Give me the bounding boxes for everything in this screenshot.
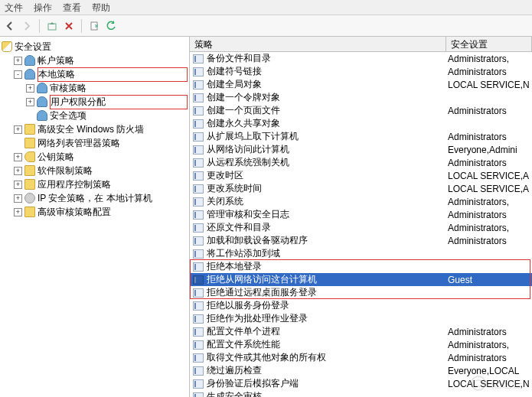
tree-node-label: 安全选项 <box>50 109 188 122</box>
cell-security: Administrators, <box>448 197 532 207</box>
list-row[interactable]: 关闭系统Administrators, <box>190 195 532 208</box>
policy-icon <box>193 158 204 168</box>
policy-icon <box>193 275 204 285</box>
tree-node[interactable]: +应用程序控制策略 <box>2 177 188 191</box>
cell-security: Administrators <box>448 327 532 337</box>
list-row[interactable]: 创建一个页面文件Administrators <box>190 104 532 117</box>
tree-node[interactable]: -本地策略 <box>2 67 188 81</box>
cell-security: Administrators, <box>448 340 532 350</box>
tree-node[interactable]: +用户权限分配 <box>2 95 188 109</box>
list-row[interactable]: 更改时区LOCAL SERVICE,A <box>190 169 532 182</box>
list-row[interactable]: 从网络访问此计算机Everyone,Admini <box>190 143 532 156</box>
policy-icon <box>193 379 204 389</box>
refresh-icon[interactable] <box>104 19 118 33</box>
export-icon[interactable] <box>87 19 101 33</box>
tree-node-label: 高级审核策略配置 <box>38 206 188 219</box>
list-header: 策略 安全设置 <box>190 37 532 52</box>
expand-icon[interactable]: + <box>14 181 22 189</box>
policy-icon <box>193 262 204 272</box>
expand-icon[interactable]: + <box>14 194 22 203</box>
list-row[interactable]: 拒绝作为批处理作业登录 <box>190 312 532 325</box>
tree-node[interactable]: +软件限制策略 <box>2 164 188 177</box>
list-row[interactable]: 更改系统时间LOCAL SERVICE,A <box>190 182 532 195</box>
list-row[interactable]: 创建一个令牌对象 <box>190 91 532 104</box>
list-row[interactable]: 创建全局对象LOCAL SERVICE,N <box>190 78 532 91</box>
policy-icon <box>193 119 204 129</box>
list-row[interactable]: 从扩展坞上取下计算机Administrators <box>190 130 532 143</box>
list-row[interactable]: 拒绝本地登录 <box>190 260 532 273</box>
list-row[interactable]: 配置文件单个进程Administrators <box>190 325 532 338</box>
cell-policy: 生成安全审核 <box>207 390 448 397</box>
delete-icon[interactable] <box>62 19 76 33</box>
cell-policy: 取得文件或其他对象的所有权 <box>207 351 448 364</box>
cell-security: LOCAL SERVICE,A <box>448 184 532 194</box>
cell-policy: 关闭系统 <box>207 195 448 208</box>
policy-icon <box>193 106 204 116</box>
list-row[interactable]: 创建符号链接Administrators <box>190 65 532 78</box>
tree-node[interactable]: 安全选项 <box>2 109 188 122</box>
expand-icon[interactable]: + <box>14 57 22 65</box>
cell-policy: 拒绝以服务身份登录 <box>207 299 448 312</box>
expand-placeholder <box>26 112 34 120</box>
column-header-policy[interactable]: 策略 <box>190 37 446 51</box>
list-row[interactable]: 拒绝从网络访问这台计算机Guest <box>190 273 532 286</box>
svg-point-2 <box>472 376 485 390</box>
menu-view[interactable]: 查看 <box>63 2 81 13</box>
nav-back-icon[interactable] <box>3 19 17 33</box>
policy-icon <box>193 301 204 311</box>
menu-file[interactable]: 文件 <box>5 2 23 13</box>
folder-icon <box>24 207 35 217</box>
cell-security: LOCAL SERVICE,N <box>448 80 532 90</box>
cell-policy: 从远程系统强制关机 <box>207 156 448 169</box>
tree-node[interactable]: 网络列表管理器策略 <box>2 136 188 150</box>
users-icon <box>24 55 35 66</box>
gear-icon <box>24 193 35 203</box>
tree-node[interactable]: +帐户策略 <box>2 54 188 67</box>
tree-node[interactable]: +高级审核策略配置 <box>2 205 188 219</box>
list-row[interactable]: 拒绝通过远程桌面服务登录 <box>190 286 532 299</box>
cell-security: Guest <box>448 275 532 285</box>
tree-root[interactable]: 安全设置 <box>2 40 188 54</box>
key-icon <box>24 151 35 162</box>
cell-security: Everyone,Admini <box>448 145 532 155</box>
expand-icon[interactable]: + <box>14 208 22 216</box>
expand-icon[interactable]: + <box>14 167 22 175</box>
list-row[interactable]: 还原文件和目录Administrators, <box>190 221 532 234</box>
expand-icon[interactable]: + <box>26 98 34 106</box>
tree-node[interactable]: +审核策略 <box>2 81 188 95</box>
tree-node[interactable]: +IP 安全策略，在 本地计算机 <box>2 191 188 205</box>
list-row[interactable]: 管理审核和安全日志Administrators <box>190 208 532 221</box>
policy-icon <box>193 210 204 220</box>
policy-icon <box>193 54 204 63</box>
list-body[interactable]: 备份文件和目录Administrators,创建符号链接Administrato… <box>190 52 532 397</box>
tree-node-label: 帐户策略 <box>38 54 188 67</box>
nav-forward-icon[interactable] <box>20 19 34 33</box>
list-row[interactable]: 将工作站添加到域 <box>190 247 532 260</box>
list-row[interactable]: 加载和卸载设备驱动程序Administrators <box>190 234 532 247</box>
tree-node[interactable]: +高级安全 Windows 防火墙 <box>2 122 188 136</box>
list-row[interactable]: 拒绝以服务身份登录 <box>190 299 532 312</box>
menubar: 文件 操作 查看 帮助 <box>0 0 532 15</box>
menu-help[interactable]: 帮助 <box>92 2 110 13</box>
expand-icon[interactable]: + <box>14 125 22 134</box>
collapse-icon[interactable]: - <box>14 70 22 79</box>
tree-root-label: 安全设置 <box>15 41 188 54</box>
list-row[interactable]: 取得文件或其他对象的所有权Administrators <box>190 351 532 364</box>
expand-icon[interactable]: + <box>26 84 34 93</box>
cell-security: Administrators <box>448 67 532 77</box>
expand-icon[interactable]: + <box>14 153 22 161</box>
list-row[interactable]: 创建永久共享对象 <box>190 117 532 130</box>
column-header-security[interactable]: 安全设置 <box>446 37 532 51</box>
menu-ops[interactable]: 操作 <box>34 2 52 13</box>
cell-policy: 还原文件和目录 <box>207 221 448 234</box>
policy-icon <box>193 340 204 350</box>
up-icon[interactable] <box>45 19 59 33</box>
tree-node[interactable]: +公钥策略 <box>2 150 188 164</box>
cell-security: Administrators <box>448 106 532 116</box>
list-row[interactable]: 备份文件和目录Administrators, <box>190 52 532 65</box>
cell-policy: 拒绝本地登录 <box>207 260 448 273</box>
list-row[interactable]: 从远程系统强制关机Administrators <box>190 156 532 169</box>
tree-node-label: 用户权限分配 <box>50 95 188 109</box>
cell-security: Administrators, <box>448 54 532 64</box>
list-row[interactable]: 配置文件系统性能Administrators, <box>190 338 532 351</box>
